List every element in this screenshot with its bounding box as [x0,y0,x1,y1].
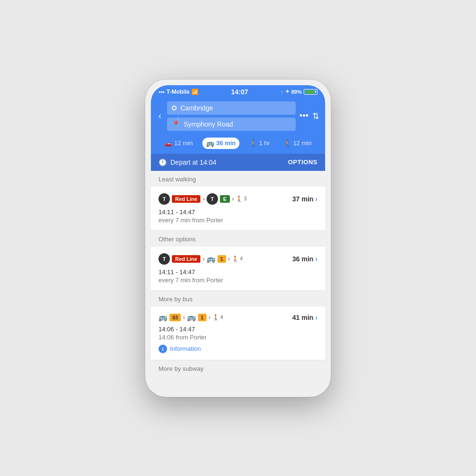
time-range-2: 14:11 - 14:47 [159,268,317,276]
tab-walk-12[interactable]: 🚶 12 min [279,138,316,149]
origin-text: Cambridge [180,104,291,112]
search-row: ‹ Cambridge ⋮ 📍 Symphony Road ••• ⇅ [157,101,319,131]
duration-text-2: 36 min [292,255,313,263]
destination-text: Symphony Road [184,120,291,128]
arrow-2: › [232,195,234,202]
battery-percent: 89% [291,89,302,95]
section-more-bus-header: More by bus [151,291,325,307]
destination-field[interactable]: 📍 Symphony Road [167,118,296,131]
mode-tabs: 🚗 12 min 🚌 36 min 🚶 1 hr 🚶 12 min 🚴 [157,135,319,154]
status-bar: ▪▪▪ T-Mobile 📶 14:07 ↑ ✦ 89% [151,85,325,98]
bluetooth-icon: ✦ [285,89,289,95]
route-details-2: 14:11 - 14:47 every 7 min from Porter [159,268,317,284]
route-icons-1: T Red Line › T E › 🚶3 [159,193,247,205]
clock-icon: 🕐 [159,159,167,166]
route-icons-2: T Red Line › 🚌 1 › 🚶4 [159,253,243,265]
route-details-3: 14:06 - 14:47 14:06 from Porter [159,326,317,341]
destination-pin-icon: 📍 [172,120,180,128]
status-left: ▪▪▪ T-Mobile 📶 [159,89,198,95]
route-top-3: 🚌 83 › 🚌 1 › 🚶4 41 min › [159,313,317,322]
content-area: Least walking T Red Line › T E › 🚶3 [151,171,325,391]
from-porter-3: 14:06 from Porter [159,334,317,341]
arrow-4: › [228,255,230,262]
mbta-circle-2: T [207,193,218,205]
walk-time-2: 12 min [293,139,312,147]
bus-icon-2: 🚌 [159,313,168,322]
arrow-1: › [202,195,204,202]
carrier-label: T-Mobile [167,89,190,95]
walk-time-1: 1 hr [259,139,269,147]
section-least-walking-header: Least walking [151,171,325,187]
route-details-1: 14:11 - 14:47 every 7 min from Porter [159,208,317,224]
bus-1-badge-2: 1 [198,314,207,321]
chevron-icon-3: › [315,314,317,321]
gps-icon: ↑ [280,89,283,95]
section-other-options-header: Other options [151,231,325,247]
walk-icon-1: 🚶 [249,139,257,147]
time-range-1: 14:11 - 14:47 [159,208,317,216]
bus-1-badge: 1 [218,255,226,263]
e-line-badge: E [220,195,230,203]
frequency-2: every 7 min from Porter [159,277,317,284]
route-top-2: T Red Line › 🚌 1 › 🚶4 36 min › [159,253,317,265]
route-card-1[interactable]: T Red Line › T E › 🚶3 37 min › [151,187,325,231]
depart-left: 🕐 Depart at 14:04 [159,159,217,166]
depart-label: Depart at 14:04 [170,159,217,166]
battery-tip [315,90,316,93]
back-button[interactable]: ‹ [157,109,163,123]
origin-field[interactable]: Cambridge [167,101,296,115]
transit-icon: 🚌 [206,139,214,147]
swap-directions-button[interactable]: ⇅ [312,111,319,121]
tab-walk-1hr[interactable]: 🚶 1 hr [245,138,273,149]
bus-icon-3: 🚌 [187,313,196,322]
arrow-3: › [202,255,204,262]
bus-83-badge: 83 [169,314,181,321]
options-button[interactable]: OPTIONS [288,159,317,166]
chevron-icon-2: › [315,255,317,263]
search-fields: Cambridge ⋮ 📍 Symphony Road [167,101,296,131]
arrow-5: › [183,314,185,321]
bus-icon-1: 🚌 [207,255,216,263]
frequency-1: every 7 min from Porter [159,217,317,224]
section-more-subway-header: More by subway [151,360,325,391]
tab-drive[interactable]: 🚗 12 min [160,138,197,149]
walk-badge-1: 🚶3 [236,196,247,202]
duration-text-1: 37 min [292,195,313,203]
mbta-circle-1: T [159,193,170,205]
depart-bar: 🕐 Depart at 14:04 OPTIONS [151,154,325,171]
battery-icon [304,89,317,95]
phone-frame: ▪▪▪ T-Mobile 📶 14:07 ↑ ✦ 89% ‹ [145,79,331,397]
route-top-1: T Red Line › T E › 🚶3 37 min › [159,193,317,205]
route-dots: ⋮ [176,116,180,120]
info-row[interactable]: i Information [159,345,317,353]
transit-time: 36 min [216,139,236,147]
route-card-2[interactable]: T Red Line › 🚌 1 › 🚶4 36 min › [151,247,325,291]
mbta-circle-3: T [159,253,170,265]
arrow-6: › [208,314,210,321]
tab-transit[interactable]: 🚌 36 min [202,138,239,149]
wifi-icon: 📶 [191,89,198,95]
more-options-button[interactable]: ••• [299,111,308,121]
route-duration-1[interactable]: 37 min › [292,195,317,203]
route-duration-3[interactable]: 41 min › [292,314,317,321]
drive-time: 12 min [174,139,193,147]
walk-icon-2: 🚶 [283,139,291,147]
duration-text-3: 41 min [292,314,313,321]
red-line-badge-2: Red Line [172,255,200,263]
red-line-badge-1: Red Line [172,195,200,203]
information-label: Information [170,345,201,352]
origin-dot-icon [172,106,177,110]
walk-badge-2: 🚶4 [232,256,243,262]
walk-badge-3: 🚶4 [212,314,223,321]
drive-icon: 🚗 [164,139,172,147]
chevron-icon-1: › [315,195,317,203]
info-icon: i [159,345,167,353]
maps-header: ‹ Cambridge ⋮ 📍 Symphony Road ••• ⇅ [151,98,325,154]
route-card-3[interactable]: 🚌 83 › 🚌 1 › 🚶4 41 min › [151,307,325,360]
route-icons-3: 🚌 83 › 🚌 1 › 🚶4 [159,313,223,322]
status-right: ↑ ✦ 89% [280,89,317,95]
route-duration-2[interactable]: 36 min › [292,255,317,263]
time-range-3: 14:06 - 14:47 [159,326,317,333]
phone-screen: ▪▪▪ T-Mobile 📶 14:07 ↑ ✦ 89% ‹ [151,85,325,391]
battery-fill [305,90,315,94]
